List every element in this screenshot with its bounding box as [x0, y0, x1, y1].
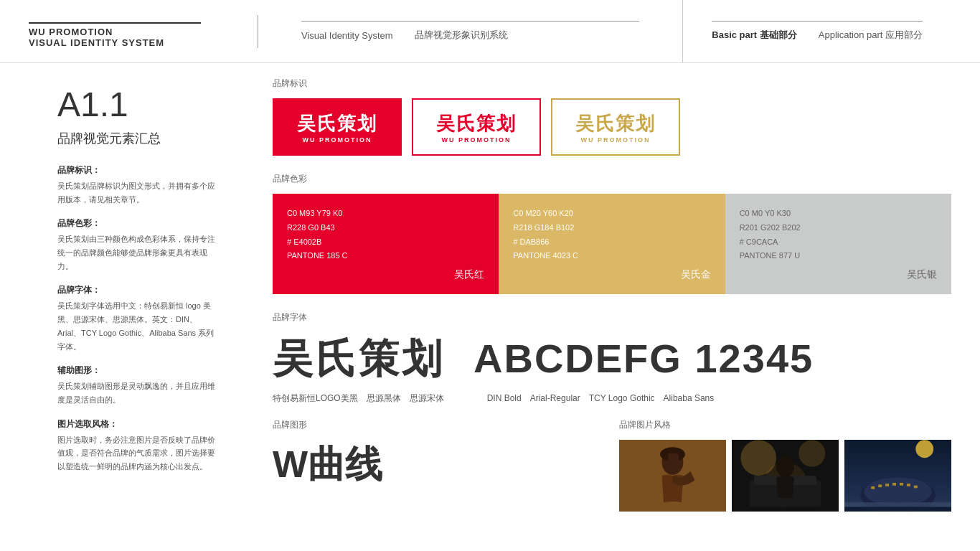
main-layout: A1.1 品牌视觉元素汇总 品牌标识： 吴氏策划品牌标识为图文形式，并拥有多个应…: [0, 63, 980, 551]
logo-en-red-outline: WU PROMOTION: [442, 136, 512, 143]
brand-typeface-section: 品牌字体 吴氏策划 ABCDEFG 12345 特创易新恒LOGO美黑 思源黑体…: [273, 311, 951, 405]
sidebar-section-1: 品牌色彩： 吴氏策划由三种颜色构成色彩体系，保持专注统一的品牌颜色能够使品牌形象…: [57, 217, 215, 273]
color-info-silver: C0 M0 Y0 K30 R201 G202 B202 # C9CACA PAN…: [740, 207, 937, 263]
sidebar-section-title-0: 品牌标识：: [57, 164, 215, 176]
color-swatch-red: C0 M93 Y79 K0 R228 G0 B43 # E4002B PANTO…: [273, 194, 499, 294]
nav-basic[interactable]: Basic part 基础部分: [712, 29, 796, 42]
typo-cn-labels: 特创易新恒LOGO美黑 思源黑体 思源宋体: [273, 392, 444, 405]
brand-logos-row: 吴氏策划 WU PROMOTION 吴氏策划 WU PROMOTION 吴氏策划…: [273, 98, 951, 156]
sidebar-section-text-3: 吴氏策划辅助图形是灵动飘逸的，并且应用维度是灵活自由的。: [57, 380, 215, 406]
color-swatch-gold: C0 M20 Y60 K20 R218 G184 B102 # DAB866 P…: [499, 194, 725, 294]
svg-rect-24: [844, 502, 951, 507]
svg-point-6: [798, 440, 825, 466]
typo-en-labels: DIN Bold Arial-Regular TCY Logo Gothic A…: [487, 392, 715, 405]
brand-color-section: 品牌色彩 C0 M93 Y79 K0 R228 G0 B43 # E4002B …: [273, 173, 951, 294]
sidebar-section-text-0: 吴氏策划品牌标识为图文形式，并拥有多个应用版本，请见相关章节。: [57, 179, 215, 206]
color-info-gold: C0 M20 Y60 K20 R218 G184 B102 # DAB866 P…: [513, 207, 710, 263]
brand-typeface-label: 品牌字体: [273, 311, 951, 324]
photo-building: [844, 440, 951, 512]
brand-shape-label: 品牌图形: [273, 419, 605, 431]
sidebar: A1.1 品牌视觉元素汇总 品牌标识： 吴氏策划品牌标识为图文形式，并拥有多个应…: [0, 63, 244, 551]
svg-point-12: [915, 440, 933, 458]
logo-area: WU PROMOTION VISUAL IDENTITY SYSTEM: [29, 15, 258, 48]
sidebar-section-title-1: 品牌色彩：: [57, 217, 215, 230]
color-info-silver-2: R201 G202 B202: [740, 221, 937, 235]
logo-gold-outline: 吴氏策划 WU PROMOTION: [551, 98, 680, 156]
color-swatch-silver: C0 M0 Y0 K30 R201 G202 B202 # C9CACA PAN…: [725, 194, 951, 294]
color-info-silver-1: C0 M0 Y0 K30: [740, 207, 937, 221]
w-curve-text: W曲线: [273, 440, 605, 490]
color-info-silver-3: # C9CACA: [740, 235, 937, 250]
sidebar-section-0: 品牌标识： 吴氏策划品牌标识为图文形式，并拥有多个应用版本，请见相关章节。: [57, 164, 215, 206]
photos-row: [619, 440, 951, 512]
brand-logo-label: 品牌标识: [273, 77, 951, 90]
brand-logo-section: 品牌标识 吴氏策划 WU PROMOTION 吴氏策划 WU PROMOTION…: [273, 77, 951, 156]
typo-cn-label-0: 特创易新恒LOGO美黑 思源黑体 思源宋体: [273, 392, 444, 405]
typo-cn: 吴氏策划: [273, 332, 445, 387]
color-name-gold: 吴氏金: [513, 268, 710, 281]
color-info-red-2: R228 G0 B43: [287, 221, 484, 235]
color-info-silver-4: PANTONE 877 U: [740, 249, 937, 263]
sidebar-subtitle: 品牌视觉元素汇总: [57, 130, 215, 147]
typo-en: ABCDEFG 12345: [473, 335, 814, 382]
logo-title-1: WU PROMOTION: [29, 27, 236, 37]
logo-cn-red: 吴氏策划: [297, 111, 377, 136]
brand-shape-section: 品牌图形 W曲线: [273, 419, 619, 512]
sidebar-section-title-3: 辅助图形：: [57, 364, 215, 377]
svg-point-10: [776, 456, 794, 478]
sidebar-section-title-4: 图片选取风格：: [57, 418, 215, 430]
brand-colors-swatches: C0 M93 Y79 K0 R228 G0 B43 # E4002B PANTO…: [273, 194, 951, 294]
sidebar-section-2: 品牌字体： 吴氏策划字体选用中文：特创易新恒 logo 美黑、思源宋体、思源黑体…: [57, 284, 215, 353]
color-info-gold-2: R218 G184 B102: [513, 221, 710, 235]
brand-photos-section: 品牌图片风格: [619, 419, 951, 512]
nav-vis-en[interactable]: Visual Identity System: [301, 30, 393, 41]
content-area: 品牌标识 吴氏策划 WU PROMOTION 吴氏策划 WU PROMOTION…: [244, 63, 980, 551]
color-info-gold-1: C0 M20 Y60 K20: [513, 207, 710, 221]
logo-red-outline: 吴氏策划 WU PROMOTION: [412, 98, 541, 156]
sidebar-section-text-2: 吴氏策划字体选用中文：特创易新恒 logo 美黑、思源宋体、思源黑体。英文：DI…: [57, 299, 215, 353]
color-info-red-4: PANTONE 185 C: [287, 249, 484, 263]
sidebar-section-title-2: 品牌字体：: [57, 284, 215, 296]
color-info-gold-4: PANTONE 4023 C: [513, 249, 710, 263]
brand-color-label: 品牌色彩: [273, 173, 951, 185]
svg-rect-20: [907, 484, 910, 486]
svg-rect-15: [871, 486, 875, 489]
photo-piano: [732, 440, 839, 512]
logo-cn-gold-outline: 吴氏策划: [575, 111, 656, 136]
nav-vis-cn[interactable]: 品牌视觉形象识别系统: [415, 29, 508, 42]
logo-en-red: WU PROMOTION: [303, 136, 372, 143]
sidebar-heading: A1.1: [57, 85, 215, 124]
typo-en-label-0: DIN Bold Arial-Regular TCY Logo Gothic A…: [487, 392, 715, 405]
sidebar-section-3: 辅助图形： 吴氏策划辅助图形是灵动飘逸的，并且应用维度是灵活自由的。: [57, 364, 215, 406]
nav-application[interactable]: Application part 应用部分: [819, 29, 923, 42]
sidebar-section-text-4: 图片选取时，务必注意图片是否反映了品牌价值观，是否符合品牌的气质需求，图片选择要…: [57, 433, 215, 474]
svg-rect-21: [914, 486, 918, 489]
typography-demo: 吴氏策划 ABCDEFG 12345: [273, 332, 951, 387]
svg-point-14: [864, 477, 931, 506]
logo-red: 吴氏策划 WU PROMOTION: [273, 98, 402, 156]
color-info-red-1: C0 M93 Y79 K0: [287, 207, 484, 221]
color-name-silver: 吴氏银: [740, 268, 937, 281]
svg-rect-16: [878, 484, 882, 487]
logo-title-2: VISUAL IDENTITY SYSTEM: [29, 37, 236, 48]
svg-rect-19: [900, 483, 903, 486]
brand-photos-label: 品牌图片风格: [619, 419, 951, 431]
sidebar-section-text-1: 吴氏策划由三种颜色构成色彩体系，保持专注统一的品牌颜色能够使品牌形象更具有表现力…: [57, 232, 215, 273]
color-info-gold-3: # DAB866: [513, 235, 710, 250]
svg-rect-18: [892, 483, 896, 486]
logo-cn-red-outline: 吴氏策划: [436, 111, 517, 136]
photo-violin: [619, 440, 726, 512]
logo-en-gold-outline: WU PROMOTION: [581, 136, 651, 143]
logo-line: [29, 22, 201, 24]
svg-rect-3: [668, 453, 679, 471]
color-name-red: 吴氏红: [287, 268, 484, 281]
color-info-red: C0 M93 Y79 K0 R228 G0 B43 # E4002B PANTO…: [287, 207, 484, 263]
color-info-red-3: # E4002B: [287, 235, 484, 250]
brand-bottom-section: 品牌图形 W曲线 品牌图片风格: [273, 419, 951, 512]
svg-rect-17: [885, 484, 889, 486]
top-nav: WU PROMOTION VISUAL IDENTITY SYSTEM Visu…: [0, 0, 980, 63]
sidebar-section-4: 图片选取风格： 图片选取时，务必注意图片是否反映了品牌价值观，是否符合品牌的气质…: [57, 418, 215, 474]
